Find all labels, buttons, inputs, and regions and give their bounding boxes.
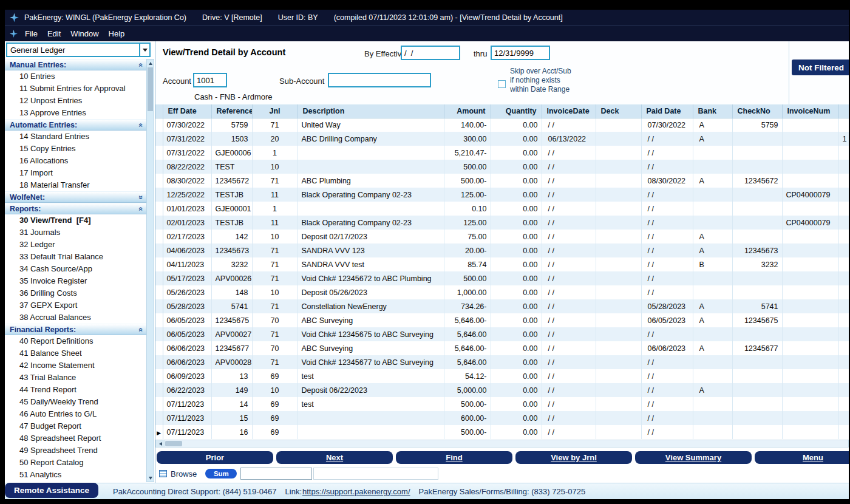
menu-edit[interactable]: Edit [42,29,66,38]
sidebar-item-35-invoice-register[interactable]: 35 Invoice Register [5,275,147,287]
grid-cell[interactable] [298,425,444,439]
grid-cell[interactable]: ABC Surveying [298,341,444,355]
grid-cell[interactable]: 14 [211,397,252,411]
menu-help[interactable]: Help [104,29,130,38]
title-bar[interactable]: PakEnergy: WINGL (PakEnergy Exploration … [5,10,849,26]
grid-cell[interactable] [838,146,849,160]
grid-cell[interactable] [693,188,732,202]
grid-cell[interactable]: 12345672 [732,174,782,188]
grid-cell[interactable] [596,285,641,299]
row-selector-cell[interactable] [155,355,163,369]
grid-cell[interactable] [782,202,838,216]
grid-cell[interactable]: 0.00 [491,313,542,327]
nav-find-button[interactable]: Find [396,451,512,464]
grid-cell[interactable]: Void Chk# 12345672 to ABC Plumbing [298,271,444,285]
grid-cell[interactable]: 5,000.00 [444,383,491,397]
sidebar-item-41-balance-sheet[interactable]: 41 Balance Sheet [5,347,147,359]
grid-cell[interactable]: 5,210.47- [444,146,491,160]
grid-cell[interactable]: 12/25/2022 [163,188,211,202]
grid-cell[interactable]: / / [641,271,693,285]
grid-cell[interactable]: 12345675 [211,313,252,327]
grid-cell[interactable]: 5741 [211,299,252,313]
sidebar-item-11-submit-entries-for-approval[interactable]: 11 Submit Entries for Approval [5,83,147,95]
grid-cell[interactable]: / / [542,146,596,160]
row-selector-cell[interactable] [155,146,163,160]
filter-status-button[interactable]: Not Filtered [792,60,849,75]
grid-cell[interactable] [782,341,838,355]
grid-cell[interactable] [693,411,732,425]
grid-cell[interactable] [838,160,849,174]
grid-cell[interactable]: Black Operating Company 02-23 [298,216,444,230]
sidebar-item-46-auto-entries-to-g-l[interactable]: 46 Auto Entries to G/L [5,408,147,420]
grid-cell[interactable]: 07/30/2022 [641,118,693,132]
grid-cell[interactable] [693,146,732,160]
grid-cell[interactable]: Black Operating Company 02-23 [298,188,444,202]
row-selector-cell[interactable] [155,230,163,243]
grid-cell[interactable] [596,118,641,132]
grid-cell[interactable]: / / [641,257,693,271]
chevron-double-up-icon[interactable]: « [138,327,144,332]
grid-cell[interactable]: 0.00 [491,216,542,230]
grid-cell[interactable] [596,327,641,341]
grid-cell[interactable]: A [693,243,732,257]
grid-cell[interactable] [782,327,838,341]
grid-cell[interactable]: / / [641,160,693,174]
grid-cell[interactable] [693,425,732,439]
grid-cell[interactable]: 0.00 [491,257,542,271]
grid-column-header-invoicedate[interactable]: InvoiceDate [542,104,596,118]
grid-cell[interactable] [838,355,849,369]
grid-cell[interactable]: APV00028 [211,355,252,369]
grid-cell[interactable]: 0.00 [491,230,542,243]
grid-cell[interactable] [732,230,782,243]
remote-assistance-button[interactable]: Remote Assistance [5,483,98,498]
grid-cell[interactable] [838,271,849,285]
sidebar-item-47-budget-report[interactable]: 47 Budget Report [5,420,147,432]
grid-cell[interactable]: A [693,313,732,327]
grid-cell[interactable]: 10 [252,160,298,174]
row-selector-cell[interactable] [155,383,163,397]
scroll-down-icon[interactable] [147,474,154,482]
grid-cell[interactable] [838,188,849,202]
grid-cell[interactable] [838,383,849,397]
grid-cell[interactable]: 500.00 [444,160,491,174]
nav-next-button[interactable]: Next [276,451,393,464]
sidebar-item-31-journals[interactable]: 31 Journals [5,226,147,239]
grid-cell[interactable]: 07/31/2022 [163,132,211,146]
grid-cell[interactable] [596,397,641,411]
grid-cell[interactable]: 05/17/2023 [163,271,211,285]
sidebar-item-45-daily-weekly-trend[interactable]: 45 Daily/Weekly Trend [5,396,147,408]
row-selector-cell[interactable] [155,160,163,174]
grid-cell[interactable]: / / [542,202,596,216]
grid-cell[interactable] [298,202,444,216]
grid-row[interactable]: 05/17/2023APV0002671Void Chk# 12345672 t… [155,271,849,285]
sidebar-item-33-default-trial-balance[interactable]: 33 Default Trial Balance [5,251,147,263]
grid-cell[interactable]: 0.00 [491,299,542,313]
grid-cell[interactable] [596,369,641,383]
grid-row[interactable]: 05/26/202314810Deposit 05/26/20231,000.0… [155,285,849,299]
grid-column-header-paid-date[interactable]: Paid Date [641,104,693,118]
sidebar-scrollbar-thumb[interactable] [148,67,153,111]
grid-cell[interactable] [732,216,782,230]
grid-cell[interactable]: 0.00 [491,341,542,355]
grid-cell[interactable]: Deposit 05/26/2023 [298,285,444,299]
grid-cell[interactable] [838,299,849,313]
grid-cell[interactable]: 1 [252,202,298,216]
grid-cell[interactable]: 10 [252,230,298,243]
grid-cell[interactable]: 20.00- [444,243,491,257]
sidebar-item-16-allocations[interactable]: 16 Allocations [5,155,147,167]
chevron-double-up-icon[interactable]: « [138,206,144,211]
row-selector-cell[interactable] [155,174,163,188]
grid-cell[interactable]: 1 [252,146,298,160]
grid-cell[interactable]: 06/06/2023 [641,341,693,355]
grid-cell[interactable]: / / [641,411,693,425]
grid-cell[interactable]: / / [542,188,596,202]
grid-cell[interactable] [782,397,838,411]
grid-cell[interactable]: 06/06/2023 [163,341,211,355]
grid-cell[interactable] [782,411,838,425]
grid-cell[interactable]: A [693,299,732,313]
grid-cell[interactable] [596,313,641,327]
row-selector-cell[interactable] [155,369,163,383]
grid-cell[interactable]: 12345673 [732,243,782,257]
grid-cell[interactable] [838,174,849,188]
horizontal-scrollbar[interactable] [155,440,849,448]
